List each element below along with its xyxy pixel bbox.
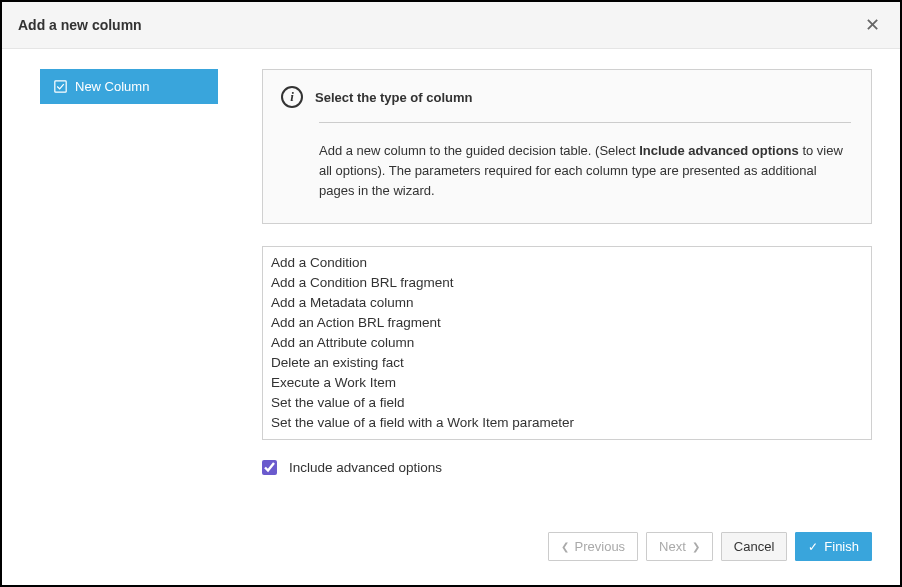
finish-label: Finish (824, 539, 859, 554)
divider (319, 122, 851, 123)
close-icon: ✕ (865, 15, 880, 35)
dialog-title: Add a new column (18, 17, 142, 33)
check-icon: ✓ (808, 540, 818, 554)
next-button[interactable]: Next ❯ (646, 532, 713, 561)
option-set-field-value[interactable]: Set the value of a field (271, 393, 863, 413)
close-button[interactable]: ✕ (861, 16, 884, 34)
check-square-icon (54, 80, 67, 93)
info-desc-before: Add a new column to the guided decision … (319, 143, 639, 158)
wizard-sidebar: New Column (40, 69, 218, 506)
chevron-left-icon: ❮ (561, 542, 569, 552)
previous-button[interactable]: ❮ Previous (548, 532, 639, 561)
next-label: Next (659, 539, 686, 554)
option-execute-work-item[interactable]: Execute a Work Item (271, 373, 863, 393)
info-header: i Select the type of column (281, 86, 851, 122)
info-panel: i Select the type of column Add a new co… (262, 69, 872, 224)
option-add-condition-brl[interactable]: Add a Condition BRL fragment (271, 273, 863, 293)
dialog-header: Add a new column ✕ (2, 2, 900, 49)
chevron-right-icon: ❯ (692, 542, 700, 552)
previous-label: Previous (575, 539, 626, 554)
cancel-button[interactable]: Cancel (721, 532, 787, 561)
svg-rect-0 (55, 81, 66, 92)
sidebar-item-new-column[interactable]: New Column (40, 69, 218, 104)
info-panel-title: Select the type of column (315, 90, 472, 105)
info-desc-bold: Include advanced options (639, 143, 799, 158)
dialog-body: New Column i Select the type of column A… (2, 49, 900, 516)
advanced-options-checkbox[interactable] (262, 460, 277, 475)
cancel-label: Cancel (734, 539, 774, 554)
advanced-options-label: Include advanced options (289, 460, 442, 475)
option-add-action-brl[interactable]: Add an Action BRL fragment (271, 313, 863, 333)
advanced-options-row[interactable]: Include advanced options (262, 460, 872, 475)
column-type-list[interactable]: Add a Condition Add a Condition BRL frag… (262, 246, 872, 440)
sidebar-item-label: New Column (75, 79, 149, 94)
option-add-metadata[interactable]: Add a Metadata column (271, 293, 863, 313)
info-icon: i (281, 86, 303, 108)
wizard-main: i Select the type of column Add a new co… (262, 69, 872, 506)
option-add-attribute[interactable]: Add an Attribute column (271, 333, 863, 353)
dialog-footer: ❮ Previous Next ❯ Cancel ✓ Finish (2, 516, 900, 585)
option-add-condition[interactable]: Add a Condition (271, 253, 863, 273)
option-delete-fact[interactable]: Delete an existing fact (271, 353, 863, 373)
add-column-dialog: Add a new column ✕ New Column i Select t… (2, 2, 900, 585)
info-description: Add a new column to the guided decision … (319, 141, 851, 201)
option-set-field-work-item[interactable]: Set the value of a field with a Work Ite… (271, 413, 863, 433)
finish-button[interactable]: ✓ Finish (795, 532, 872, 561)
